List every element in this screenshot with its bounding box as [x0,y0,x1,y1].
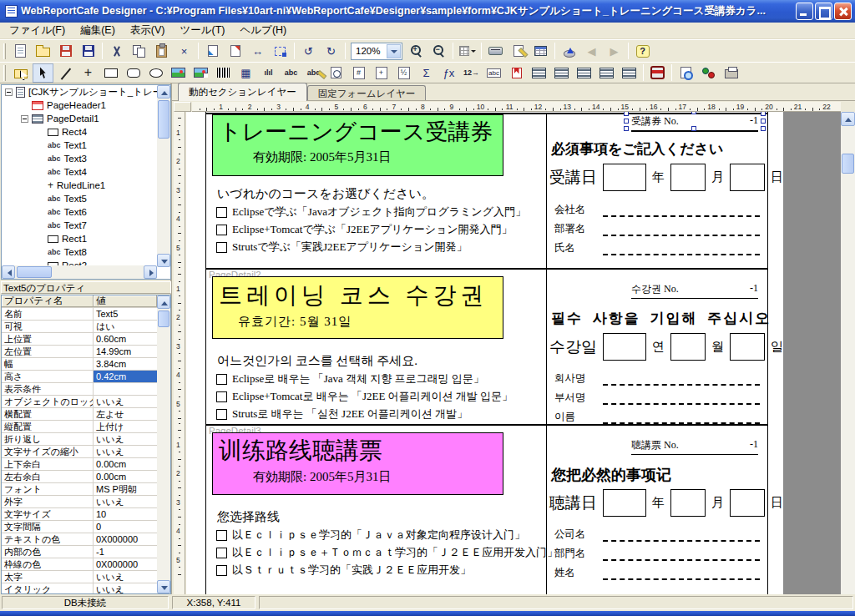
scroll-up-button[interactable] [157,295,170,309]
course-option[interactable]: Eclipse+Tomcat로 배우는 「J2EE 어플리케이션 개발 입문」 [216,389,513,404]
checkbox[interactable] [216,530,227,541]
date-row[interactable]: 수강일 연 월 일 [549,333,783,361]
menu-edit[interactable]: 編集(E) [73,22,123,39]
menu-file[interactable]: ファイル(F) [2,22,73,39]
table-icon[interactable] [530,42,551,61]
year-box[interactable] [603,489,646,517]
scroll-up-button[interactable] [841,112,855,126]
tab-dynamic-section-layer[interactable]: 動的セクションレイヤー [178,83,307,101]
tree-item-pageheader1[interactable]: PageHeader1 [2,98,157,112]
copy-icon[interactable] [129,42,149,61]
property-row[interactable]: 名前Text5 [2,308,157,321]
title-bar[interactable]: WebReportCafe Designer - C:¥Program File… [0,0,855,23]
property-row[interactable]: 上下余白0.00cm [2,458,157,471]
day-box[interactable] [730,333,765,361]
scan-icon[interactable] [485,42,506,61]
snap-grid-icon[interactable] [270,42,291,61]
course-option[interactable]: Struts로 배우는 「실천 J2EE 어플리케이션 개발」 [216,406,468,422]
redo-icon[interactable]: ↻ [321,42,341,61]
property-row[interactable]: 左右余白0.00cm [2,471,157,483]
property-row[interactable]: 幅3.84cm [2,358,157,371]
course-prompt[interactable]: いづれかのコースをお選びください。 [217,186,434,202]
scrollbar-thumb[interactable] [17,266,52,278]
zoom-out-icon[interactable]: − [428,42,449,61]
publish-icon[interactable] [559,42,579,61]
course-option[interactable]: 以Ｅｃｌｉｐｓｅ＋Ｔｏｍｃａｔ学习的「Ｊ２ＥＥ应用开发入门」 [216,545,558,560]
property-row[interactable]: 表示条件 [2,383,157,396]
preview-icon[interactable] [675,63,696,83]
property-row[interactable]: 横配置左よせ [2,408,157,421]
ticket-no-field[interactable]: 수강권 No. -1 [631,282,758,299]
level-meter-icon[interactable]: ılıl [258,63,279,83]
checkbox[interactable] [216,565,227,576]
print-icon[interactable] [721,63,741,83]
checkbox[interactable] [216,242,227,253]
add-field-icon[interactable]: + [371,63,392,83]
day-box[interactable] [730,489,765,517]
property-row[interactable]: 太字いいえ [2,571,157,583]
tree-item-text6[interactable]: abcText6 [2,205,157,219]
qrcode-icon[interactable]: ▦ [235,63,256,83]
date-row[interactable]: 受講日 年 月 日 [549,164,783,191]
crosshair-icon[interactable]: + [78,63,99,83]
calc-field-icon[interactable]: ½ [393,63,414,83]
form-heading[interactable]: 必須事項をご記入ください [551,139,723,159]
selection-handle[interactable] [624,112,629,116]
tree-item-text1[interactable]: abcText1 [2,139,157,152]
grid-settings-dropdown[interactable] [457,42,478,61]
ticket-banner-jp[interactable]: トレーニングコース受講券 有効期限: 2005年5月31日 [212,114,503,176]
course-option[interactable]: Eclipse+Tomcatで学ぶ「J2EEアプリケーション開発入門」 [216,222,513,237]
tree-vertical-scrollbar[interactable] [157,85,170,267]
open-icon[interactable] [33,42,53,61]
scrollbar-thumb[interactable] [158,311,169,327]
property-row[interactable]: 上位置0.60cm [2,333,157,346]
checkbox[interactable] [216,548,227,558]
prop-col-value[interactable]: 値 [94,295,157,307]
prop-col-name[interactable]: プロパティ名 [2,295,94,307]
import-icon[interactable] [202,42,223,61]
property-row[interactable]: 左位置14.99cm [2,346,157,358]
checkbox[interactable] [216,225,227,235]
form-field-row[interactable]: 부서명 [554,391,760,405]
ticket-no-field-selected[interactable]: 受講券 No. -1 [631,114,758,132]
select-object-icon[interactable] [10,63,31,83]
ticket-subtitle[interactable]: 有効期限: 2005年5月31日 [213,469,503,485]
selection-handle[interactable] [691,126,696,131]
section-footer-icon[interactable] [596,63,617,83]
course-option[interactable]: Eclipseで学ぶ「Javaオブジェクト指向プログラミング入門」 [216,204,526,220]
scroll-down-button[interactable] [157,580,170,593]
property-row[interactable]: 枠線の色0X000000 [2,558,157,571]
section-list-icon[interactable] [529,63,549,83]
month-box[interactable] [670,333,706,361]
image-frame-icon[interactable] [190,63,211,83]
tree-item-text8[interactable]: abcText8 [2,245,157,259]
tree-item-text5[interactable]: abcText5 [2,192,157,205]
selection-handle[interactable] [624,119,629,124]
property-row[interactable]: 高さ0.42cm [2,371,157,383]
ticket-subtitle[interactable]: 有効期限: 2005年5月31日 [213,149,503,165]
form-field-row[interactable]: 회사명 [554,371,760,386]
datetime-field-icon[interactable] [326,63,347,83]
form-edit-icon[interactable] [508,42,529,61]
menu-tools[interactable]: ツール(T) [172,22,232,39]
selection-handle[interactable] [761,119,766,124]
property-row[interactable]: イタリックいいえ [2,583,157,594]
scroll-up-button[interactable] [157,85,170,98]
day-box[interactable] [730,164,765,191]
undo-icon[interactable]: ↺ [298,42,319,61]
property-row[interactable]: 外字いいえ [2,496,157,508]
tree-horizontal-scrollbar[interactable] [2,265,157,279]
property-row[interactable]: 内部の色-1 [2,546,157,558]
scroll-down-button[interactable] [157,254,170,267]
property-row[interactable]: フォントMS P明朝 [2,483,157,496]
forward-icon[interactable]: ▶ [604,42,625,61]
ticket-subtitle[interactable]: 유효기간: 5월 31일 [213,314,503,330]
form-field-row[interactable]: 氏名 [554,241,760,255]
scrollbar-thumb[interactable] [842,154,854,174]
property-row[interactable]: 折り返しいいえ [2,433,157,446]
auto-number-icon[interactable]: 12→ [461,63,482,83]
restore-button[interactable] [815,3,832,20]
tree-item-cjk[interactable]: [CJKサンプルショート_トレーニ [2,85,157,98]
tree-item-pagedetail1[interactable]: PageDetail1 [2,112,157,125]
form-field-row[interactable]: 公司名 [554,528,760,542]
